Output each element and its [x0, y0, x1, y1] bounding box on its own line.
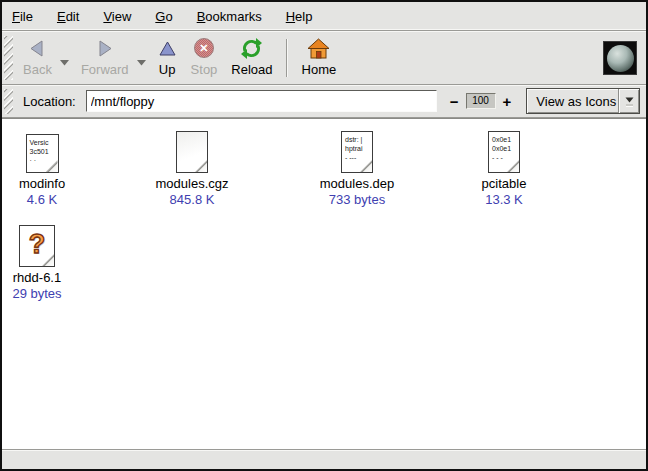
reload-icon — [240, 36, 263, 60]
location-bar: Location: − 100 + View as Icons — [2, 85, 646, 118]
back-button[interactable]: Back — [16, 33, 59, 83]
file-name: modules.cgz — [156, 176, 229, 191]
back-label: Back — [23, 62, 52, 77]
toolbar: Back Forward Up ✕ Stop — [2, 31, 646, 85]
file-name: rhdd-6.1 — [13, 270, 61, 285]
stop-icon: ✕ — [194, 36, 214, 60]
menu-file[interactable]: File — [4, 6, 41, 27]
forward-button[interactable]: Forward — [74, 33, 136, 83]
home-button[interactable]: Home — [295, 33, 344, 83]
reload-button[interactable]: Reload — [224, 33, 279, 83]
location-label: Location: — [23, 94, 76, 109]
file-size: 733 bytes — [329, 192, 385, 207]
page-fold — [195, 160, 207, 172]
file-item-modinfo[interactable]: Versic 3c501 · · modinfo 4.6 K — [4, 127, 80, 207]
zoom-level-indicator: 100 — [466, 93, 496, 109]
unknown-file-icon: ? — [19, 221, 55, 267]
stop-button[interactable]: ✕ Stop — [184, 33, 225, 83]
reload-label: Reload — [231, 62, 272, 77]
file-size: 4.6 K — [27, 192, 57, 207]
file-size: 29 bytes — [12, 286, 61, 301]
back-icon — [29, 36, 45, 60]
throbber-sphere-icon — [607, 45, 634, 72]
menu-go[interactable]: Go — [147, 6, 180, 27]
file-size: 845.8 K — [170, 192, 215, 207]
up-button[interactable]: Up — [151, 33, 184, 83]
file-size: 13.3 K — [485, 192, 523, 207]
zoom-in-button[interactable]: + — [500, 94, 515, 109]
text-file-icon: Versic 3c501 · · — [26, 127, 59, 173]
menu-edit[interactable]: Edit — [49, 6, 87, 27]
location-input[interactable] — [86, 90, 437, 112]
menu-bookmarks[interactable]: Bookmarks — [189, 6, 270, 27]
throbber — [603, 41, 637, 75]
text-file-icon: dstr: | hptrai - --- — [341, 127, 373, 173]
file-item-modules-cgz[interactable]: modules.cgz 845.8 K — [142, 127, 242, 207]
menu-help[interactable]: Help — [278, 6, 321, 27]
file-name: modinfo — [19, 176, 65, 191]
forward-icon — [97, 36, 113, 60]
file-manager-window: File Edit View Go Bookmarks Help Back Fo… — [0, 0, 648, 471]
throbber-area — [603, 33, 642, 83]
file-item-pcitable[interactable]: 0x0e1 0x0e1 - - - pcitable 13.3 K — [460, 127, 548, 207]
up-label: Up — [159, 62, 176, 77]
view-mode-label: View as Icons — [527, 89, 618, 113]
toolbar-separator — [286, 39, 287, 77]
toolbar-drag-handle[interactable] — [4, 36, 13, 80]
text-file-icon: 0x0e1 0x0e1 - - - — [488, 127, 520, 173]
file-icon — [176, 127, 208, 173]
view-mode-dropdown-arrow-icon — [618, 89, 639, 113]
menu-bar: File Edit View Go Bookmarks Help — [2, 2, 646, 31]
stop-label: Stop — [191, 62, 218, 77]
location-bar-drag-handle[interactable] — [4, 89, 13, 114]
up-icon — [158, 36, 177, 60]
icon-view: Versic 3c501 · · modinfo 4.6 K modules.c… — [2, 118, 646, 449]
menu-view[interactable]: View — [95, 6, 139, 27]
file-name: modules.dep — [320, 176, 394, 191]
forward-history-dropdown[interactable] — [136, 59, 147, 67]
file-name: pcitable — [482, 176, 527, 191]
home-label: Home — [302, 62, 337, 77]
home-icon — [307, 36, 330, 60]
status-bar — [2, 449, 646, 469]
file-item-rhdd-6-1[interactable]: ? rhdd-6.1 29 bytes — [2, 221, 72, 301]
zoom-control: − 100 + — [447, 93, 515, 109]
forward-label: Forward — [81, 62, 129, 77]
zoom-out-button[interactable]: − — [447, 94, 462, 109]
file-item-modules-dep[interactable]: dstr: | hptrai - --- modules.dep 733 byt… — [302, 127, 412, 207]
back-history-dropdown[interactable] — [59, 59, 70, 67]
view-mode-dropdown[interactable]: View as Icons — [526, 88, 640, 114]
